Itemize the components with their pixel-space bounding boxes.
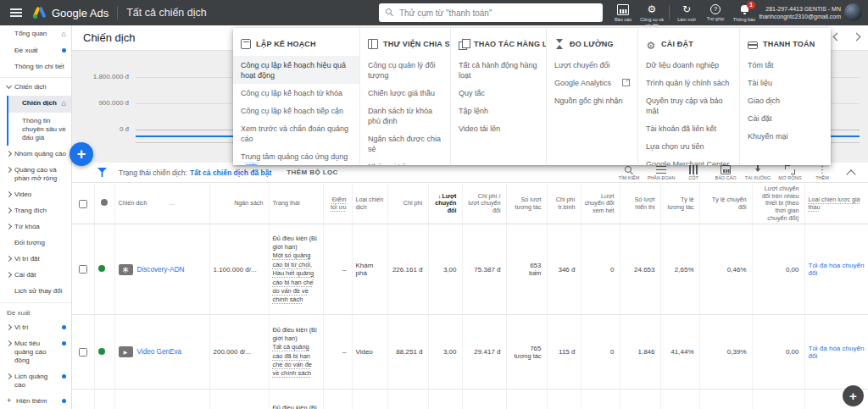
menu-item[interactable]: Lượt chuyển đổi bbox=[547, 56, 637, 74]
collapse-chart-button[interactable] bbox=[846, 169, 855, 179]
toolbar-expand[interactable]: MỞ RỘNG bbox=[776, 165, 804, 180]
view-through-conversions-value: 0 bbox=[610, 266, 614, 274]
column-header[interactable]: Chi phí tr.bình bbox=[547, 184, 581, 224]
topbar-action-notifications[interactable]: 1Thông báo bbox=[730, 2, 759, 23]
sidebar-item[interactable]: Nhóm quảng cáo bbox=[0, 146, 71, 162]
menu-item[interactable]: Giao dịch bbox=[740, 91, 831, 109]
menu-item-label: Ngân sách được chia sẻ bbox=[368, 135, 441, 153]
column-header[interactable]: Loại chiến dịch bbox=[352, 184, 387, 224]
menu-item[interactable]: Công cụ quản lý đối tượng bbox=[360, 56, 450, 84]
topbar-action-tools[interactable]: Công cụ và cài đặt bbox=[637, 2, 666, 28]
menu-item[interactable]: Tài khoản đã liên kết bbox=[638, 120, 739, 138]
sidebar-item[interactable]: Đề xuất bbox=[0, 42, 71, 58]
menu-item[interactable]: Lựa chọn ưu tiên bbox=[638, 138, 739, 156]
sidebar-item[interactable]: Mục tiêu quảng cáo động bbox=[0, 335, 71, 368]
topbar-action-help[interactable]: Trợ giúp bbox=[701, 2, 730, 22]
filter-icon[interactable] bbox=[97, 168, 107, 177]
toolbar-more[interactable]: THÊM bbox=[809, 165, 836, 180]
menu-item[interactable]: Danh sách từ khóa phủ định bbox=[360, 102, 450, 130]
bid-strategy-link[interactable]: Tối đa hóa chuyển đổi bbox=[809, 345, 865, 360]
menu-item[interactable]: Tất cả hành động hàng loạt bbox=[451, 56, 546, 84]
menu-item[interactable]: Chiến lược giá thầu bbox=[360, 84, 450, 102]
menu-item[interactable]: Quyền truy cập và bảo mật bbox=[638, 91, 739, 119]
menu-item[interactable]: Nhóm vị trí bbox=[360, 158, 450, 165]
menu-item[interactable]: Tóm tắt bbox=[740, 56, 831, 74]
column-header[interactable]: Ngân sách bbox=[209, 184, 269, 224]
sidebar-item[interactable]: Video bbox=[0, 186, 71, 202]
sidebar-item[interactable]: Vị trí bbox=[0, 319, 71, 335]
menu-item[interactable]: Tài liệu bbox=[740, 74, 831, 91]
menu-item[interactable]: Trình quản lý chính sách bbox=[638, 74, 739, 91]
add-filter-button[interactable]: THÊM BỘ LỌC bbox=[287, 169, 337, 176]
toolbar-download[interactable]: TẢI XUỐNG bbox=[744, 165, 771, 180]
toolbar-search[interactable]: TÌM KIẾM bbox=[615, 165, 643, 180]
new-campaign-fab[interactable] bbox=[70, 142, 93, 166]
filter-chip[interactable]: Trạng thái chiến dịch:Tất cả chiến dịch … bbox=[119, 169, 271, 177]
menu-item[interactable]: Khuyến mại bbox=[740, 128, 831, 146]
chevron-right-icon bbox=[6, 150, 12, 156]
sidebar-item[interactable]: Vị trí đặt bbox=[0, 251, 71, 267]
sidebar-item[interactable]: Lịch sử thay đổi bbox=[0, 283, 71, 299]
toolbar-report[interactable]: BÁO CÁO bbox=[712, 165, 739, 180]
row-checkbox[interactable] bbox=[79, 265, 87, 274]
select-all-header[interactable] bbox=[72, 184, 94, 224]
menu-item[interactable]: Google Analytics bbox=[547, 74, 637, 91]
toolbar-columns[interactable]: CỘT bbox=[680, 165, 707, 180]
column-header[interactable]: Số lượt tương tác bbox=[506, 184, 547, 224]
column-header[interactable]: Chiến dịch... bbox=[114, 184, 209, 224]
sidebar-item[interactable]: Tổng quan bbox=[0, 25, 71, 42]
menu-item[interactable]: Video tải lên bbox=[451, 120, 546, 138]
sidebar-item[interactable]: Chiến dịch bbox=[7, 96, 71, 113]
menu-item[interactable]: Xem trước và chẩn đoán quảng cáo bbox=[233, 120, 359, 148]
sidebar-item[interactable]: Chiến dịch bbox=[0, 77, 71, 96]
sidebar-item[interactable]: +Hiện thêm bbox=[0, 393, 71, 409]
sidebar-item[interactable]: Quảng cáo và phần mở rộng bbox=[0, 162, 71, 186]
column-header[interactable]: ↓Lượt chuyển đổi bbox=[428, 184, 462, 224]
sidebar-item[interactable]: Thông tin chi tiết bbox=[0, 58, 71, 75]
row-checkbox[interactable] bbox=[79, 348, 87, 356]
menu-item[interactable]: Quy tắc bbox=[451, 84, 546, 102]
toolbar-segment[interactable]: PHÂN ĐOẠN bbox=[648, 165, 675, 180]
sidebar-item[interactable]: Thông tin chuyên sâu về đấu giá bbox=[7, 113, 71, 146]
column-header[interactable]: Tỷ lệ chuyển đổi bbox=[699, 184, 752, 224]
menu-icon[interactable] bbox=[10, 8, 22, 17]
menu-item[interactable]: Công cụ lập kế hoạch từ khóa bbox=[233, 84, 359, 102]
column-header[interactable]: Chi phí bbox=[387, 184, 428, 224]
overlay-plus-button[interactable] bbox=[843, 385, 864, 406]
table-cell bbox=[72, 390, 94, 409]
column-header[interactable]: Lượt chuyển đổi xem hết bbox=[581, 184, 620, 224]
select-all-checkbox[interactable] bbox=[79, 200, 87, 208]
column-header[interactable]: Trạng thái bbox=[269, 184, 323, 224]
search-input[interactable] bbox=[399, 3, 594, 22]
column-header[interactable]: Tỷ lệ tương tác bbox=[660, 184, 699, 224]
menu-item[interactable]: Ngân sách được chia sẻ bbox=[360, 130, 450, 158]
menu-item[interactable]: Dữ liệu doanh nghiệp bbox=[638, 56, 739, 74]
sidebar-item[interactable]: Từ khóa bbox=[0, 218, 71, 235]
bid-strategy-link[interactable]: Tối đa hóa chuyển đổi bbox=[809, 262, 865, 277]
column-header[interactable]: Lượt chuyển đổi trên nhiều thiết bị (the… bbox=[752, 184, 804, 224]
topbar-action-reports[interactable]: Báo cáo bbox=[609, 2, 637, 23]
chevron-right-icon[interactable] bbox=[853, 33, 861, 41]
campaign-name-link[interactable]: Discovery-ADN bbox=[137, 266, 185, 274]
sidebar-item[interactable]: Cài đặt bbox=[0, 267, 71, 283]
avatar[interactable] bbox=[844, 3, 862, 21]
menu-item[interactable]: Công cụ lập kế hoạch hiệu quả hoạt động bbox=[233, 56, 359, 84]
column-header[interactable]: Điểm tối ưu bbox=[323, 184, 352, 224]
column-header[interactable]: Loại chiến lược giá thầu bbox=[804, 184, 868, 224]
sidebar-item[interactable]: Trang đích bbox=[0, 202, 71, 218]
menu-item[interactable]: Tập lệnh bbox=[451, 102, 546, 119]
menu-item[interactable]: Cài đặt bbox=[740, 109, 831, 127]
menu-item[interactable]: Google Merchant Center bbox=[638, 156, 739, 165]
column-header[interactable]: Số lượt hiển thị bbox=[620, 184, 660, 224]
menu-item[interactable]: Công cụ lập kế hoạch tiếp cận bbox=[233, 102, 359, 119]
sidebar-item[interactable]: Đối tượng bbox=[0, 235, 71, 251]
column-header[interactable]: Chi phí / lượt chuyển đổi bbox=[462, 184, 506, 224]
sidebar-item[interactable]: Lịch quảng cáo bbox=[0, 368, 71, 393]
menu-item[interactable]: Trung tâm quảng cáo ứng dụngMỚI bbox=[233, 148, 359, 165]
status-column-header[interactable] bbox=[94, 184, 114, 224]
campaign-name-link[interactable]: Video GenEva bbox=[137, 348, 182, 356]
search-box[interactable] bbox=[379, 3, 603, 22]
topbar-action-refresh[interactable]: Làm mới bbox=[672, 2, 701, 23]
chevron-left-icon[interactable] bbox=[833, 33, 842, 41]
menu-item[interactable]: Nguồn gốc ghi nhận bbox=[547, 91, 637, 109]
